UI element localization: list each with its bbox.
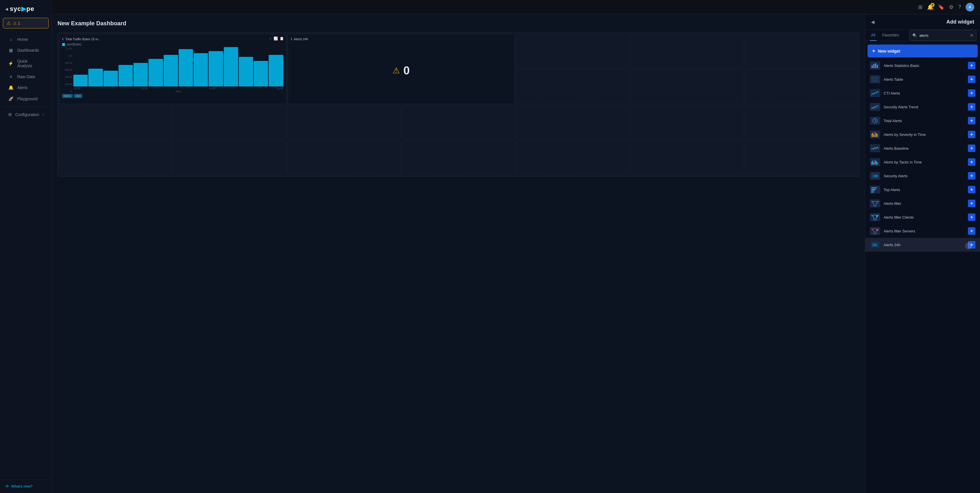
list-item-alerts-filter[interactable]: Alerts filter + <box>865 197 980 210</box>
new-widget-label: New widget <box>878 49 900 54</box>
tab-favorites[interactable]: Favorites <box>881 30 900 41</box>
list-item-alerts-tactic[interactable]: Alerts by Tactic in Time + <box>865 155 980 169</box>
add-widget-button[interactable]: + <box>968 144 975 152</box>
sidebar-item-playground[interactable]: 🚀 Playground <box>2 94 49 104</box>
alert-banner[interactable]: ⚠ ⚠ 1 <box>3 18 49 29</box>
top-bar: ⊞ 🔔 8 🔖 ⚙ ? A <box>52 0 980 14</box>
empty-cell-15 <box>173 141 286 175</box>
nav-divider <box>5 106 47 107</box>
sidebar: ◀ syc▶pe ⚠ ⚠ 1 ⌂ Home ▦ Dashboards ⚡ Qui… <box>0 0 52 493</box>
add-widget-button[interactable]: + <box>968 214 975 221</box>
copy-icon[interactable]: 📋 <box>280 36 284 41</box>
svg-rect-23 <box>875 160 876 165</box>
help-icon[interactable]: ? <box>958 4 961 10</box>
new-widget-button[interactable]: + New widget <box>867 44 978 57</box>
list-item-security-alerts-trend[interactable]: Security Alerts Trend + <box>865 100 980 114</box>
list-item-cti-alerts[interactable]: CTI Alerts + <box>865 86 980 100</box>
alerts-icon: 🔔 <box>8 85 14 90</box>
list-item-alerts-table[interactable]: Alerts Table + <box>865 72 980 86</box>
configuration-icon: ⚙ <box>8 112 12 117</box>
settings-icon[interactable]: ⚙ <box>949 4 953 10</box>
widget-thumb <box>870 185 880 193</box>
expand-icon[interactable]: ⤢ <box>269 36 272 41</box>
plus-icon: + <box>872 48 875 54</box>
alerts24-content: ⚠ 0 <box>291 43 512 98</box>
add-widget-button[interactable]: + <box>968 186 975 193</box>
widget-thumb <box>870 144 880 152</box>
empty-cell-3 <box>745 34 858 68</box>
add-widget-button[interactable]: + <box>968 117 975 124</box>
search-clear-button[interactable]: ✕ <box>970 33 974 38</box>
alert-count: ⚠ 1 <box>13 21 20 25</box>
list-item-total-alerts[interactable]: Total Alerts + <box>865 114 980 128</box>
sidebar-item-label: Quick Analysis <box>17 59 43 68</box>
list-item-security-alerts[interactable]: 100 Security Alerts + <box>865 169 980 183</box>
widget-list-label: Total Alerts <box>884 119 964 123</box>
apps-icon[interactable]: ⊞ <box>918 4 923 10</box>
empty-cell-18 <box>516 141 629 175</box>
widget-list-label: Top Alerts <box>884 188 964 192</box>
sidebar-item-raw-data[interactable]: ≡ Raw Data <box>2 71 49 82</box>
add-widget-panel: ◀ Add widget All Favorites 🔍 ✕ + New wid… <box>865 14 980 493</box>
whats-new-button[interactable]: ⟳ What's new? <box>6 484 46 488</box>
list-item-alerts-baseline[interactable]: Alerts Baseline + <box>865 141 980 155</box>
widget-list: + New widget Alerts Statistics Basic + A… <box>865 41 980 493</box>
add-widget-button[interactable]: + <box>968 227 975 235</box>
widget-thumb <box>870 89 880 97</box>
collapse-sidebar-button[interactable]: ◀ <box>5 7 8 11</box>
chart-icon[interactable]: 📈 <box>274 36 278 41</box>
legend-color <box>62 43 65 46</box>
sidebar-item-home[interactable]: ⌂ Home <box>2 34 49 44</box>
info-icon: ℹ <box>62 37 64 41</box>
bookmark-icon[interactable]: 🔖 <box>938 4 944 10</box>
sidebar-item-label: Configuration <box>15 113 39 117</box>
svg-rect-5 <box>871 78 879 79</box>
sidebar-item-configuration[interactable]: ⚙ Configuration ▾ <box>2 109 49 120</box>
svg-rect-30 <box>871 190 875 191</box>
add-widget-button[interactable]: + <box>968 131 975 138</box>
notifications-icon[interactable]: 🔔 8 <box>927 4 934 10</box>
list-item-alerts-severity[interactable]: Alerts by Severity in Time + <box>865 128 980 141</box>
sidebar-item-quick-analysis[interactable]: ⚡ Quick Analysis <box>2 56 49 71</box>
widget-list-label: Alerts Statistics Basic <box>884 63 964 68</box>
add-widget-button[interactable]: + <box>968 158 975 166</box>
widget-list-label: Alerts by Tactic in Time <box>884 160 964 164</box>
add-widget-button[interactable]: + <box>968 172 975 179</box>
empty-cell-20 <box>745 141 858 175</box>
add-widget-button[interactable]: + <box>968 103 975 111</box>
alert-triangle-icon: ⚠ <box>393 66 400 75</box>
search-box: 🔍 ✕ <box>909 30 977 41</box>
sidebar-item-dashboards[interactable]: ▦ Dashboards <box>2 45 49 56</box>
widget-list-label: Security Alerts <box>884 174 964 178</box>
widget-thumb <box>870 130 880 138</box>
list-item-alerts-24h[interactable]: 100 Alerts 24h + <box>865 238 980 252</box>
chart-bar <box>208 51 223 87</box>
svg-line-12 <box>875 120 877 122</box>
list-item-alerts-filter-clients[interactable]: Alerts filter Clients + <box>865 210 980 224</box>
logo-area: ◀ syc▶pe <box>0 0 51 18</box>
list-item-alerts-statistics-basic[interactable]: Alerts Statistics Basic + <box>865 59 980 72</box>
add-widget-button[interactable]: + <box>968 200 975 207</box>
widget-list-label: Alerts filter Servers <box>884 229 964 233</box>
svg-text:100: 100 <box>872 244 877 246</box>
empty-cell-10 <box>402 105 515 139</box>
tab-all[interactable]: All <box>870 30 877 41</box>
list-item-alerts-filter-servers[interactable]: Alerts filter Servers + <box>865 224 980 238</box>
add-widget-button[interactable]: + <box>968 76 975 83</box>
traffic-widget-header: ℹ Total Traffic Bytes 15 m... <box>62 37 283 41</box>
svg-rect-28 <box>871 187 877 188</box>
y-label: 800 M <box>62 62 72 64</box>
search-input[interactable] <box>919 33 967 38</box>
add-widget-button[interactable]: + <box>968 89 975 97</box>
panel-collapse-button[interactable]: ◀ <box>871 19 875 25</box>
add-widget-button[interactable]: + <box>968 62 975 69</box>
list-item-top-alerts[interactable]: Top Alerts + <box>865 183 980 197</box>
widget-list-label: CTI Alerts <box>884 91 964 95</box>
svg-rect-20 <box>871 162 872 165</box>
sidebar-item-alerts[interactable]: 🔔 Alerts <box>2 82 49 93</box>
user-avatar[interactable]: A <box>966 3 974 11</box>
alerts24-value: 0 <box>403 64 410 77</box>
empty-cell-11 <box>516 105 629 139</box>
svg-rect-2 <box>875 63 876 68</box>
chart-bars <box>73 47 283 87</box>
